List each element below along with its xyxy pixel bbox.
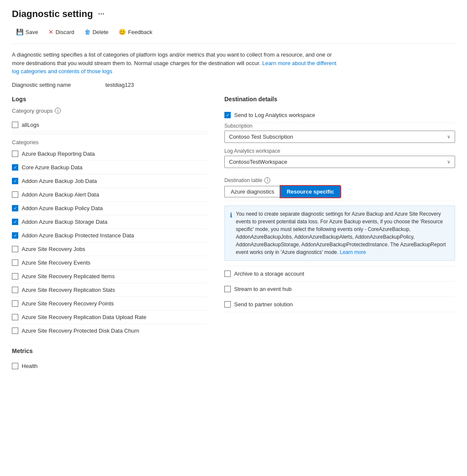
metric-checkbox-0[interactable] (12, 363, 18, 369)
send-to-partner-label: Send to partner solution (234, 301, 293, 308)
page-title: Diagnostic setting ··· (12, 9, 455, 20)
stream-to-event-hub-checkbox[interactable] (224, 286, 231, 292)
subscription-field: Subscription Contoso Test Subscription ∨ (224, 123, 455, 143)
send-to-log-analytics-checkbox[interactable] (224, 112, 231, 118)
category-checkbox-13[interactable] (12, 328, 18, 334)
archive-to-storage-checkbox[interactable] (224, 271, 231, 277)
destination-table-label: Destination table i (224, 177, 455, 183)
category-label-12: Azure Site Recovery Replication Data Upl… (22, 314, 146, 320)
setting-name-row: Diagnostic setting name testdiag123 (12, 82, 455, 88)
save-button[interactable]: 💾 Save (12, 26, 42, 37)
category-checkbox-0[interactable] (12, 151, 18, 157)
send-to-partner-row: Send to partner solution (224, 297, 455, 312)
allLogs-item: allLogs (12, 118, 207, 132)
delete-button[interactable]: 🗑 Delete (80, 26, 113, 37)
category-item-8: Azure Site Recovery Events (12, 256, 207, 270)
metric-label-0: Health (22, 363, 38, 369)
category-checkbox-6[interactable] (12, 232, 18, 239)
destination-section-title: Destination details (224, 96, 455, 103)
category-item-9: Azure Site Recovery Replicated Items (12, 270, 207, 283)
category-item-6: Addon Azure Backup Protected Instance Da… (12, 229, 207, 242)
feedback-button[interactable]: 😊 Feedback (114, 26, 156, 37)
delete-icon: 🗑 (85, 29, 91, 35)
category-item-5: Addon Azure Backup Storage Data (12, 215, 207, 229)
category-checkbox-8[interactable] (12, 259, 18, 266)
stream-to-event-hub-row: Stream to an event hub (224, 282, 455, 297)
delete-label: Delete (93, 29, 109, 35)
main-layout: Logs Category groups i allLogs Categorie… (12, 96, 455, 373)
workspace-label: Log Analytics workspace (224, 148, 455, 154)
send-to-log-analytics-label: Send to Log Analytics workspace (234, 112, 315, 118)
title-text: Diagnostic setting (12, 9, 93, 20)
category-item-2: Addon Azure Backup Job Data (12, 174, 207, 188)
metrics-list: Health (12, 359, 207, 373)
setting-name-label: Diagnostic setting name (12, 82, 88, 88)
feedback-icon: 😊 (119, 29, 126, 35)
azure-diagnostics-button[interactable]: Azure diagnostics (224, 186, 280, 197)
destination-table-info-icon[interactable]: i (264, 177, 270, 183)
category-checkbox-3[interactable] (12, 191, 18, 198)
resource-specific-button[interactable]: Resource specific (280, 186, 340, 197)
category-item-12: Azure Site Recovery Replication Data Upl… (12, 311, 207, 324)
log-analytics-sub: Subscription Contoso Test Subscription ∨… (224, 123, 455, 266)
category-label-5: Addon Azure Backup Storage Data (22, 219, 108, 225)
category-label-7: Azure Site Recovery Jobs (22, 246, 85, 252)
info-box-learn-more-link[interactable]: Learn more (340, 249, 366, 255)
category-groups-header: Category groups i (12, 108, 207, 114)
categories-label: Categories (12, 139, 207, 145)
category-item-1: Core Azure Backup Data (12, 161, 207, 174)
setting-name-value: testdiag123 (105, 82, 134, 88)
category-checkbox-12[interactable] (12, 314, 18, 320)
category-checkbox-2[interactable] (12, 178, 18, 184)
category-checkbox-4[interactable] (12, 205, 18, 211)
subscription-value: Contoso Test Subscription (229, 134, 293, 140)
destination-table-toggle: Azure diagnostics Resource specific (224, 186, 455, 197)
feedback-label: Feedback (128, 29, 152, 35)
send-to-partner-checkbox[interactable] (224, 301, 231, 308)
category-item-3: Addon Azure Backup Alert Data (12, 188, 207, 202)
archive-to-storage-row: Archive to a storage account (224, 266, 455, 282)
category-checkbox-11[interactable] (12, 300, 18, 307)
allLogs-checkbox[interactable] (12, 122, 18, 128)
category-label-8: Azure Site Recovery Events (22, 259, 91, 266)
send-to-log-analytics-row: Send to Log Analytics workspace (224, 108, 455, 123)
destination-panel: Destination details Send to Log Analytic… (224, 96, 455, 312)
category-checkbox-5[interactable] (12, 219, 18, 225)
category-label-9: Azure Site Recovery Replicated Items (22, 273, 115, 279)
category-label-4: Addon Azure Backup Policy Data (22, 205, 103, 211)
category-item-0: Azure Backup Reporting Data (12, 147, 207, 161)
category-label-11: Azure Site Recovery Recovery Points (22, 300, 114, 307)
workspace-chevron-icon: ∨ (447, 159, 450, 165)
more-options-icon[interactable]: ··· (98, 10, 105, 19)
categories-list: Azure Backup Reporting Data Core Azure B… (12, 147, 207, 337)
subscription-label: Subscription (224, 123, 455, 129)
category-checkbox-10[interactable] (12, 287, 18, 293)
category-groups-info-icon[interactable]: i (55, 108, 61, 114)
info-box-icon: ℹ (230, 211, 232, 256)
allLogs-label: allLogs (22, 122, 39, 128)
metrics-section: Metrics Health (12, 348, 207, 373)
workspace-value: ContosoTestWorkspace (229, 159, 287, 165)
workspace-select[interactable]: ContosoTestWorkspace ∨ (224, 156, 455, 168)
category-item-11: Azure Site Recovery Recovery Points (12, 297, 207, 311)
archive-to-storage-label: Archive to a storage account (234, 271, 304, 277)
workspace-field: Log Analytics workspace ContosoTestWorks… (224, 148, 455, 168)
stream-to-event-hub-label: Stream to an event hub (234, 286, 292, 292)
category-checkbox-1[interactable] (12, 164, 18, 171)
logs-panel: Logs Category groups i allLogs Categorie… (12, 96, 207, 373)
category-label-13: Azure Site Recovery Protected Disk Data … (22, 328, 139, 334)
category-checkbox-7[interactable] (12, 246, 18, 252)
metrics-section-title: Metrics (12, 348, 207, 354)
category-item-4: Addon Azure Backup Policy Data (12, 202, 207, 215)
category-label-10: Azure Site Recovery Replication Stats (22, 287, 115, 293)
discard-button[interactable]: ✕ Discard (44, 26, 79, 37)
discard-icon: ✕ (48, 29, 54, 35)
category-label-2: Addon Azure Backup Job Data (22, 178, 97, 184)
logs-section-title: Logs (12, 96, 207, 103)
subscription-select[interactable]: Contoso Test Subscription ∨ (224, 131, 455, 143)
category-item-13: Azure Site Recovery Protected Disk Data … (12, 324, 207, 337)
category-item-7: Azure Site Recovery Jobs (12, 242, 207, 256)
category-checkbox-9[interactable] (12, 273, 18, 279)
resource-specific-info-box: ℹ You need to create separate diagnostic… (224, 205, 455, 261)
destination-table-row: Destination table i Azure diagnostics Re… (224, 173, 455, 201)
